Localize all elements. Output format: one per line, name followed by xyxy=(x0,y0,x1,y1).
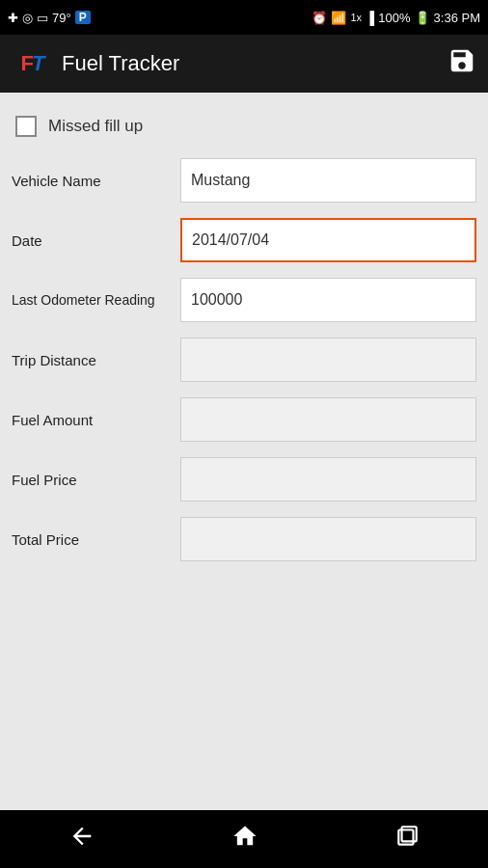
status-right-icons: ⏰ 📶 1x ▐ 100% 🔋 3:36 PM xyxy=(312,11,480,25)
total-price-row: Total Price xyxy=(0,511,488,567)
save-button[interactable] xyxy=(447,46,476,82)
time-label: 3:36 PM xyxy=(434,11,480,25)
home-button[interactable] xyxy=(231,823,258,856)
fuel-price-input[interactable] xyxy=(180,457,476,502)
temp-label: 79° xyxy=(52,11,71,25)
screen-icon: ▭ xyxy=(37,11,48,25)
app-title: Fuel Tracker xyxy=(62,51,179,76)
fuel-amount-input[interactable] xyxy=(180,397,476,442)
add-icon: ✚ xyxy=(8,11,18,25)
signal-1x-label: 1x xyxy=(350,12,362,23)
date-row: Date xyxy=(0,212,488,268)
vehicle-name-input[interactable] xyxy=(180,158,476,203)
trip-distance-label: Trip Distance xyxy=(12,352,180,368)
fuel-price-label: Fuel Price xyxy=(12,472,180,488)
total-price-input[interactable] xyxy=(180,517,476,561)
wifi-icon: 📶 xyxy=(331,11,346,25)
trip-distance-row: Trip Distance xyxy=(0,332,488,388)
odometer-input[interactable] xyxy=(180,278,476,322)
back-button[interactable] xyxy=(68,823,95,856)
vehicle-name-label: Vehicle Name xyxy=(12,173,180,189)
fuel-amount-row: Fuel Amount xyxy=(0,392,488,448)
battery-icon: 🔋 xyxy=(415,11,430,25)
form-content: Missed fill up Vehicle Name Date Last Od… xyxy=(0,93,488,567)
location-icon: ◎ xyxy=(22,11,33,25)
missed-fillup-checkbox[interactable] xyxy=(15,116,37,137)
nav-bar xyxy=(0,810,488,868)
status-left-icons: ✚ ◎ ▭ 79° P xyxy=(8,11,91,25)
total-price-label: Total Price xyxy=(12,531,180,548)
odometer-row: Last Odometer Reading xyxy=(0,272,488,328)
fuel-price-row: Fuel Price xyxy=(0,451,488,507)
status-bar: ✚ ◎ ▭ 79° P ⏰ 📶 1x ▐ 100% 🔋 3:36 PM xyxy=(0,0,488,35)
logo-f: F xyxy=(21,51,32,76)
fuel-amount-label: Fuel Amount xyxy=(12,412,180,428)
vehicle-name-row: Vehicle Name xyxy=(0,152,488,208)
app-logo: FT xyxy=(12,43,52,84)
missed-fillup-label: Missed fill up xyxy=(48,117,143,136)
logo-t: T xyxy=(32,51,42,76)
odometer-label: Last Odometer Reading xyxy=(12,292,180,308)
app-bar: FT Fuel Tracker xyxy=(0,35,488,93)
date-input[interactable] xyxy=(180,218,476,262)
missed-fillup-row: Missed fill up xyxy=(0,108,488,152)
signal-bars-icon: ▐ xyxy=(366,11,374,25)
trip-distance-input[interactable] xyxy=(180,338,476,382)
alarm-icon: ⏰ xyxy=(312,11,327,25)
recents-button[interactable] xyxy=(394,824,420,855)
battery-label: 100% xyxy=(378,11,410,25)
date-label: Date xyxy=(12,232,180,249)
app-bar-left: FT Fuel Tracker xyxy=(12,43,179,84)
parking-icon: P xyxy=(75,11,91,24)
